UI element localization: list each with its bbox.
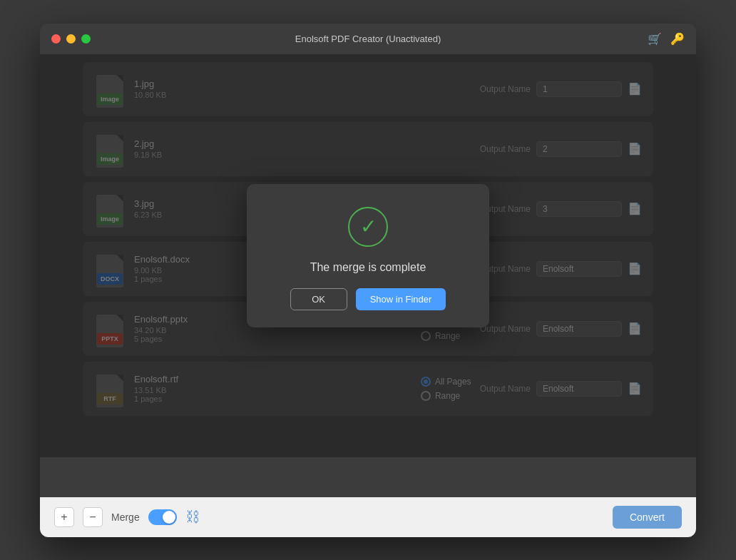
- bottom-toolbar: + − Merge ⛓ Convert: [40, 497, 696, 537]
- close-button[interactable]: [51, 34, 61, 44]
- minus-icon: −: [89, 511, 96, 524]
- modal-message: The merge is complete: [310, 261, 426, 274]
- maximize-button[interactable]: [81, 34, 91, 44]
- modal-overlay: ✓ The merge is complete OK Show in Finde…: [40, 55, 696, 457]
- titlebar: Enolsoft PDF Creator (Unactivated) 🛒 🔑: [40, 24, 696, 55]
- app-title: Enolsoft PDF Creator (Unactivated): [295, 34, 441, 44]
- merge-complete-dialog: ✓ The merge is complete OK Show in Finde…: [247, 184, 489, 327]
- success-icon: ✓: [348, 207, 388, 247]
- show-in-finder-button[interactable]: Show in Finder: [356, 288, 446, 310]
- titlebar-actions: 🛒 🔑: [648, 32, 685, 46]
- merge-settings-icon[interactable]: ⛓: [185, 509, 200, 525]
- key-icon[interactable]: 🔑: [670, 32, 685, 46]
- minimize-button[interactable]: [66, 34, 76, 44]
- plus-icon: +: [61, 511, 67, 524]
- merge-toggle[interactable]: [148, 509, 177, 525]
- ok-button[interactable]: OK: [290, 288, 347, 310]
- cart-icon[interactable]: 🛒: [648, 32, 662, 46]
- traffic-lights: [51, 34, 91, 44]
- modal-buttons: OK Show in Finder: [275, 288, 461, 310]
- remove-file-button[interactable]: −: [83, 507, 103, 527]
- app-window: Enolsoft PDF Creator (Unactivated) 🛒 🔑 I…: [40, 24, 696, 537]
- checkmark-icon: ✓: [360, 217, 377, 237]
- add-file-button[interactable]: +: [54, 507, 74, 527]
- main-content: Image1.jpg10.80 KBOutput Name📄Image2.jpg…: [40, 55, 696, 497]
- convert-button[interactable]: Convert: [613, 506, 682, 529]
- merge-label: Merge: [111, 511, 140, 523]
